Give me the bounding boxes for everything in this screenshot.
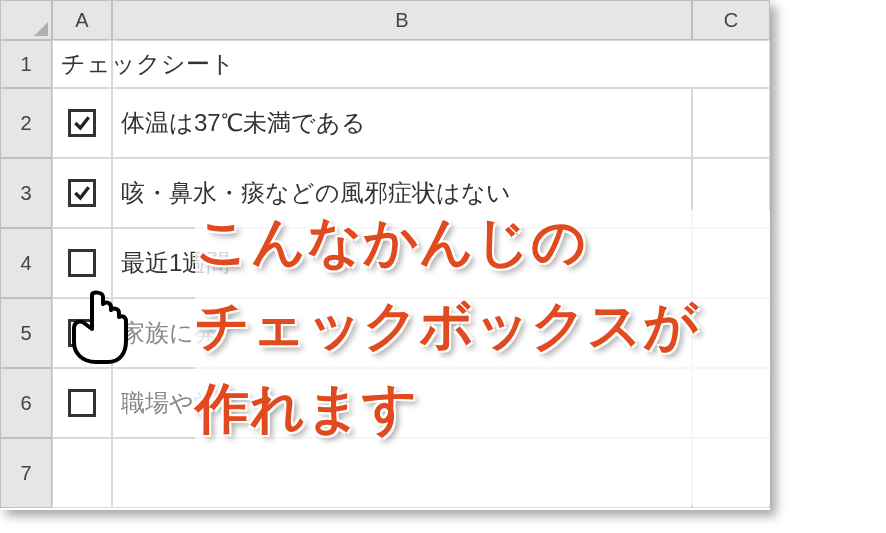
cell-B2[interactable]: 体温は37℃未満である	[112, 88, 692, 158]
cell-A2[interactable]	[52, 88, 112, 158]
row-header-3[interactable]: 3	[0, 158, 52, 228]
cell-C5[interactable]	[692, 298, 770, 368]
row-header-2[interactable]: 2	[0, 88, 52, 158]
text-row5: 家族に発	[121, 317, 218, 349]
checkbox-row5[interactable]	[68, 319, 96, 347]
column-header-A[interactable]: A	[52, 0, 112, 40]
column-header-B[interactable]: B	[112, 0, 692, 40]
text-row3: 咳・鼻水・痰などの風邪症状はない	[121, 177, 511, 209]
cell-A3[interactable]	[52, 158, 112, 228]
checkbox-row3[interactable]	[68, 179, 96, 207]
cell-A5[interactable]	[52, 298, 112, 368]
sheet-title: チェックシート	[61, 48, 235, 80]
cell-C4[interactable]	[692, 228, 770, 298]
cell-A7[interactable]	[52, 438, 112, 508]
cell-B3[interactable]: 咳・鼻水・痰などの風邪症状はない	[112, 158, 692, 228]
row-header-7[interactable]: 7	[0, 438, 52, 508]
cell-A6[interactable]	[52, 368, 112, 438]
checkbox-row4[interactable]	[68, 249, 96, 277]
cell-C6[interactable]	[692, 368, 770, 438]
cell-C2[interactable]	[692, 88, 770, 158]
cell-B1[interactable]: チェックシート	[112, 40, 770, 88]
cell-B7[interactable]	[112, 438, 692, 508]
cell-B5[interactable]: 家族に発	[112, 298, 692, 368]
row-header-4[interactable]: 4	[0, 228, 52, 298]
cell-C3[interactable]	[692, 158, 770, 228]
row-header-6[interactable]: 6	[0, 368, 52, 438]
cell-C7[interactable]	[692, 438, 770, 508]
select-all-corner[interactable]	[0, 0, 52, 40]
column-header-C[interactable]: C	[692, 0, 770, 40]
checkbox-row6[interactable]	[68, 389, 96, 417]
text-row4: 最近1週間	[121, 247, 230, 279]
cell-B4[interactable]: 最近1週間	[112, 228, 692, 298]
cell-A4[interactable]	[52, 228, 112, 298]
row-header-5[interactable]: 5	[0, 298, 52, 368]
checkbox-row2[interactable]	[68, 109, 96, 137]
row-header-1[interactable]: 1	[0, 40, 52, 88]
text-row6: 職場や学	[121, 387, 218, 419]
text-row2: 体温は37℃未満である	[121, 107, 366, 139]
cell-B6[interactable]: 職場や学	[112, 368, 692, 438]
